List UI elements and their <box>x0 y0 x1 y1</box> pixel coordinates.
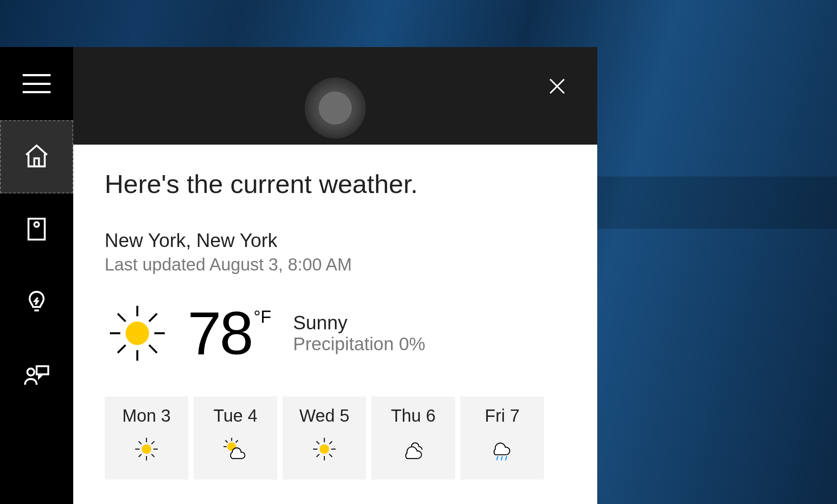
cloud-icon <box>371 432 455 467</box>
forecast-day[interactable]: Wed 5 <box>282 396 366 480</box>
notebook-icon <box>23 215 51 245</box>
cortana-logo-icon[interactable] <box>305 78 366 139</box>
home-icon <box>23 142 51 172</box>
forecast-day-label: Mon 3 <box>105 406 188 426</box>
svg-line-37 <box>316 454 319 457</box>
lightbulb-icon <box>23 288 51 318</box>
weather-updated: Last updated August 3, 8:00 AM <box>105 255 566 274</box>
svg-line-40 <box>506 457 507 460</box>
sun-icon <box>105 301 170 366</box>
svg-rect-3 <box>37 366 48 375</box>
svg-line-23 <box>139 454 141 457</box>
svg-line-38 <box>497 457 498 460</box>
cortana-topbar <box>73 47 597 145</box>
close-button[interactable] <box>541 71 573 103</box>
cortana-panel: Here's the current weather. New York, Ne… <box>0 47 597 504</box>
svg-line-27 <box>225 440 228 443</box>
weather-heading: Here's the current weather. <box>105 169 566 199</box>
sidebar-item-tips[interactable] <box>0 267 73 340</box>
svg-line-22 <box>152 441 154 444</box>
svg-line-28 <box>236 440 238 443</box>
svg-line-13 <box>149 314 157 321</box>
forecast-day[interactable]: Mon 3 <box>105 396 188 480</box>
svg-point-15 <box>142 444 151 454</box>
current-weather: 78 °F Sunny Precipitation 0% <box>105 301 566 366</box>
condition-text: Sunny <box>293 312 425 334</box>
hamburger-icon <box>23 74 51 93</box>
svg-line-35 <box>330 454 332 457</box>
forecast-day-label: Wed 5 <box>282 406 366 426</box>
sidebar-item-feedback[interactable] <box>0 340 73 413</box>
panel-right: Here's the current weather. New York, Ne… <box>73 47 597 504</box>
svg-point-29 <box>320 444 329 454</box>
current-temp: 78 °F <box>187 303 271 364</box>
person-feedback-icon <box>23 362 51 391</box>
forecast-row: Mon 3 Tue 4 We <box>105 396 566 480</box>
svg-line-12 <box>149 345 157 353</box>
sidebar-item-notebook[interactable] <box>0 193 73 267</box>
weather-card: Here's the current weather. New York, Ne… <box>73 145 597 504</box>
svg-line-20 <box>139 441 141 444</box>
forecast-day[interactable]: Tue 4 <box>194 396 277 480</box>
temp-value: 78 <box>187 303 252 364</box>
temp-unit: °F <box>254 307 271 327</box>
svg-line-11 <box>118 314 126 321</box>
forecast-day-label: Tue 4 <box>194 406 277 426</box>
svg-point-1 <box>34 222 39 227</box>
svg-point-2 <box>27 369 34 375</box>
close-icon <box>547 76 568 98</box>
sun-icon <box>105 432 188 467</box>
sun-icon <box>282 432 366 467</box>
forecast-day[interactable]: Thu 6 <box>371 396 455 480</box>
sun-cloud-icon <box>194 432 277 467</box>
svg-line-39 <box>501 457 502 460</box>
sidebar <box>0 47 73 504</box>
forecast-day[interactable]: Fri 7 <box>460 396 544 480</box>
svg-line-21 <box>152 454 154 457</box>
svg-line-14 <box>118 345 126 353</box>
forecast-day-label: Thu 6 <box>371 406 455 426</box>
svg-line-34 <box>316 441 319 444</box>
rain-icon <box>460 432 544 467</box>
sidebar-item-home[interactable] <box>0 120 73 193</box>
hamburger-button[interactable] <box>0 47 73 120</box>
svg-line-36 <box>330 441 332 444</box>
precipitation-text: Precipitation 0% <box>293 334 425 355</box>
forecast-day-label: Fri 7 <box>460 406 544 426</box>
svg-point-6 <box>126 321 149 345</box>
weather-location: New York, New York <box>105 230 566 251</box>
